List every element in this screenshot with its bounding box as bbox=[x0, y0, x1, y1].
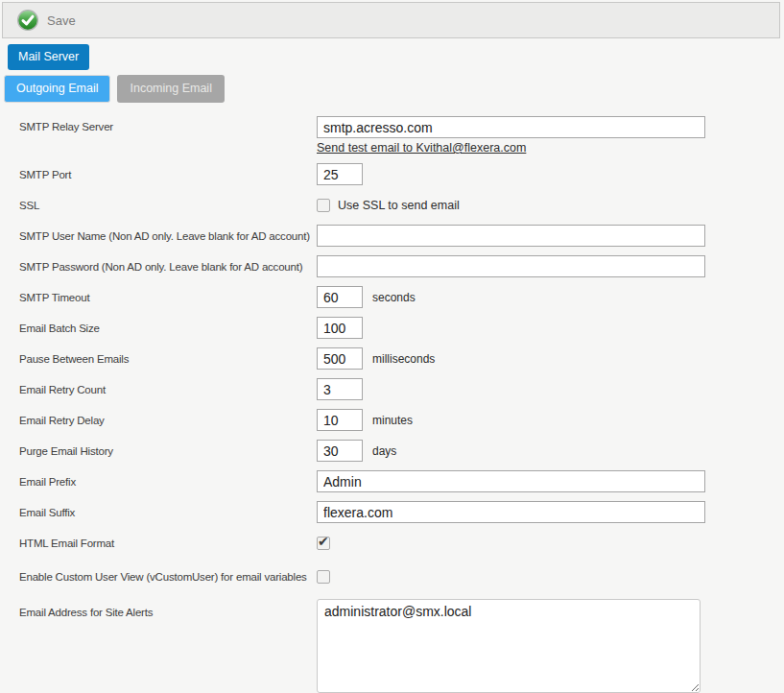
row-email-retry-count: Email Retry Count bbox=[19, 378, 784, 400]
toolbar: Save bbox=[2, 2, 780, 38]
html-email-format-checkbox[interactable] bbox=[317, 537, 330, 550]
row-pause-between-emails: Pause Between Emails milliseconds bbox=[19, 347, 784, 370]
smtp-relay-server-input[interactable] bbox=[317, 116, 705, 138]
pause-between-emails-unit: milliseconds bbox=[372, 352, 435, 366]
use-ssl-checkbox[interactable] bbox=[317, 199, 330, 212]
email-retry-delay-label: Email Retry Delay bbox=[19, 415, 317, 426]
smtp-password-input[interactable] bbox=[317, 255, 705, 277]
row-ssl: SSL Use SSL to send email bbox=[19, 194, 784, 216]
email-retry-count-input[interactable] bbox=[317, 378, 363, 400]
email-suffix-label: Email Suffix bbox=[19, 507, 317, 518]
smtp-password-label: SMTP Password (Non AD only. Leave blank … bbox=[19, 261, 317, 273]
row-email-prefix: Email Prefix bbox=[19, 470, 784, 492]
send-test-email-link[interactable]: Send test email to Kvithal@flexera.com bbox=[317, 141, 526, 155]
smtp-user-name-input[interactable] bbox=[317, 225, 705, 247]
row-email-retry-delay: Email Retry Delay minutes bbox=[19, 409, 784, 431]
row-enable-custom-user-view: Enable Custom User View (vCustomUser) fo… bbox=[19, 565, 784, 587]
email-suffix-input[interactable] bbox=[317, 501, 705, 523]
save-label: Save bbox=[47, 13, 76, 28]
purge-email-history-label: Purge Email History bbox=[19, 445, 317, 457]
row-smtp-user-name: SMTP User Name (Non AD only. Leave blank… bbox=[19, 225, 784, 247]
smtp-port-input[interactable] bbox=[317, 163, 363, 185]
pause-between-emails-input[interactable] bbox=[317, 347, 363, 370]
row-smtp-port: SMTP Port bbox=[19, 163, 784, 185]
email-retry-delay-unit: minutes bbox=[372, 414, 413, 427]
smtp-relay-server-label: SMTP Relay Server bbox=[19, 116, 317, 132]
pause-between-emails-label: Pause Between Emails bbox=[19, 353, 317, 365]
purge-email-history-unit: days bbox=[372, 444, 396, 458]
row-purge-email-history: Purge Email History days bbox=[19, 440, 784, 462]
email-prefix-label: Email Prefix bbox=[19, 476, 317, 488]
tab-outgoing-email[interactable]: Outgoing Email bbox=[4, 75, 110, 103]
smtp-port-label: SMTP Port bbox=[19, 169, 317, 180]
tab-incoming-email[interactable]: Incoming Email bbox=[117, 75, 224, 103]
secondary-tab-bar: Outgoing Email Incoming Email bbox=[4, 75, 784, 103]
email-retry-delay-input[interactable] bbox=[317, 409, 363, 431]
row-site-alerts: Email Address for Site Alerts One entry … bbox=[19, 599, 784, 693]
enable-custom-user-view-checkbox[interactable] bbox=[317, 570, 330, 584]
ssl-label: SSL bbox=[19, 200, 317, 211]
save-check-icon bbox=[16, 9, 39, 32]
purge-email-history-input[interactable] bbox=[317, 440, 363, 462]
enable-custom-user-view-label: Enable Custom User View (vCustomUser) fo… bbox=[19, 571, 317, 583]
smtp-timeout-input[interactable] bbox=[317, 286, 363, 308]
row-html-email-format: HTML Email Format bbox=[19, 532, 784, 554]
site-alerts-label: Email Address for Site Alerts bbox=[19, 599, 317, 618]
row-email-batch-size: Email Batch Size bbox=[19, 317, 784, 339]
use-ssl-checkbox-label: Use SSL to send email bbox=[338, 199, 460, 212]
email-batch-size-input[interactable] bbox=[317, 317, 363, 339]
email-retry-count-label: Email Retry Count bbox=[19, 384, 317, 395]
primary-tab-bar: Mail Server bbox=[8, 44, 784, 70]
row-email-suffix: Email Suffix bbox=[19, 501, 784, 523]
row-smtp-relay-server: SMTP Relay Server Send test email to Kvi… bbox=[19, 116, 784, 155]
tab-mail-server[interactable]: Mail Server bbox=[8, 44, 89, 70]
row-smtp-password: SMTP Password (Non AD only. Leave blank … bbox=[19, 255, 784, 277]
site-alerts-textarea[interactable] bbox=[317, 599, 701, 693]
smtp-timeout-unit: seconds bbox=[372, 291, 416, 304]
html-email-format-label: HTML Email Format bbox=[19, 538, 317, 549]
outgoing-email-form: SMTP Relay Server Send test email to Kvi… bbox=[19, 116, 784, 693]
save-button[interactable]: Save bbox=[14, 7, 82, 34]
email-prefix-input[interactable] bbox=[317, 470, 705, 492]
smtp-timeout-label: SMTP Timeout bbox=[19, 292, 317, 303]
email-batch-size-label: Email Batch Size bbox=[19, 323, 317, 334]
smtp-user-name-label: SMTP User Name (Non AD only. Leave blank… bbox=[19, 230, 317, 242]
row-smtp-timeout: SMTP Timeout seconds bbox=[19, 286, 784, 308]
